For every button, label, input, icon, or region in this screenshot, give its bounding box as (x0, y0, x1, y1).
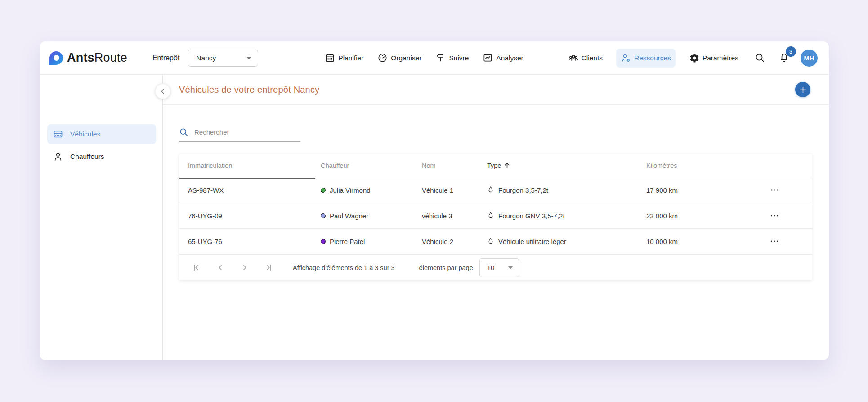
collapse-sidebar-button[interactable] (155, 84, 170, 99)
nav-label: Analyser (496, 54, 523, 62)
van-icon (53, 129, 63, 140)
column-header-chauffeur[interactable]: Chauffeur (321, 162, 422, 169)
column-header-kilometres[interactable]: Kilomètres (646, 162, 736, 169)
nav-label: Suivre (449, 54, 469, 62)
nav-label: Organiser (391, 54, 421, 62)
cell-driver: Paul Wagner (321, 212, 422, 220)
chevron-down-icon (508, 266, 513, 269)
people-icon (568, 53, 579, 63)
chevron-left-icon (160, 88, 166, 95)
person-gear-icon (621, 53, 631, 63)
cell-driver: Pierre Patel (321, 238, 422, 245)
main-nav: Planifier Organiser Suivre Analyser (325, 53, 523, 63)
search-input[interactable] (194, 128, 284, 136)
table-row[interactable]: AS-987-WX Julia Virmond Véhicule 1 Fourg… (179, 177, 812, 203)
app-window: AntsRoute Entrepôt Nancy Planifier Organ… (40, 41, 829, 360)
nav-label: Ressources (634, 54, 671, 62)
avatar[interactable]: MH (801, 50, 818, 67)
next-page-button[interactable] (238, 261, 251, 274)
chevron-left-icon (216, 263, 225, 272)
per-page-select[interactable]: 10 (479, 258, 519, 277)
page-title: Véhicules de votre entrepôt Nancy (179, 85, 319, 95)
cell-plate: 76-UYG-09 (188, 212, 321, 220)
gauge-icon (377, 53, 388, 63)
driver-name: Julia Virmond (330, 186, 371, 194)
row-actions-button[interactable] (766, 185, 783, 194)
nav-item-analyser[interactable]: Analyser (483, 53, 523, 63)
nav-item-planifier[interactable]: Planifier (325, 53, 363, 63)
warehouse-select[interactable]: Nancy (188, 50, 258, 67)
secondary-nav: Clients Ressources Paramètres (564, 49, 818, 68)
type-label: Fourgon 3,5-7,2t (498, 186, 548, 194)
nav-label: Clients (582, 54, 603, 62)
row-actions-button[interactable] (766, 237, 783, 246)
brand-light: Route (94, 51, 127, 64)
table-row[interactable]: 65-UYG-76 Pierre Patel Véhicule 2 Véhicu… (179, 229, 812, 254)
more-horizontal-icon (770, 239, 779, 243)
cell-name: Véhicule 1 (422, 186, 487, 194)
antsroute-logo[interactable]: AntsRoute (49, 51, 127, 65)
driver-color-dot (321, 188, 326, 193)
add-vehicle-button[interactable] (795, 82, 810, 97)
cell-name: Véhicule 2 (422, 238, 487, 245)
warehouse-label: Entrepôt (152, 54, 179, 62)
warehouse-select-value: Nancy (196, 54, 246, 62)
chart-icon (483, 53, 493, 63)
search-button[interactable] (752, 50, 767, 66)
nav-item-suivre[interactable]: Suivre (435, 53, 469, 63)
search-icon (179, 127, 188, 137)
cell-plate: 65-UYG-76 (188, 238, 321, 245)
sidebar-item-label: Véhicules (70, 130, 100, 138)
brand-bold: Ants (67, 51, 94, 64)
table-search (179, 126, 300, 142)
driver-color-dot (321, 213, 326, 218)
notifications-button[interactable]: 3 (776, 50, 792, 66)
nav-label: Planifier (338, 54, 363, 62)
cell-km: 17 900 km (646, 186, 736, 194)
top-header: AntsRoute Entrepôt Nancy Planifier Organ… (40, 41, 829, 75)
main-panel: Véhicules de votre entrepôt Nancy I (163, 75, 829, 360)
sidebar-item-label: Chauffeurs (70, 153, 104, 161)
table-row[interactable]: 76-UYG-09 Paul Wagner véhicule 3 Fourgon… (179, 203, 812, 229)
plus-icon (800, 86, 806, 93)
table-header-row: Immatriculation Chauffeur Nom Type Kilom… (179, 154, 812, 177)
cell-km: 23 000 km (646, 212, 736, 220)
gear-icon (689, 53, 700, 63)
last-page-icon (264, 263, 273, 272)
cell-type: Fourgon GNV 3,5-7,2t (487, 211, 646, 220)
more-horizontal-icon (770, 214, 779, 217)
previous-page-button[interactable] (214, 261, 227, 274)
page-title-bar: Véhicules de votre entrepôt Nancy (163, 75, 829, 105)
nav-item-parametres[interactable]: Paramètres (685, 49, 743, 68)
pagination-summary: Affichage d'éléments de 1 à 3 sur 3 (293, 264, 395, 271)
column-header-type[interactable]: Type (487, 162, 646, 169)
first-page-button[interactable] (190, 261, 203, 274)
horizontal-scrollbar[interactable] (179, 178, 315, 179)
antsroute-logo-icon (49, 51, 63, 65)
type-label: Fourgon GNV 3,5-7,2t (498, 212, 565, 220)
cell-driver: Julia Virmond (321, 186, 422, 194)
search-icon (755, 53, 765, 63)
driver-name: Paul Wagner (330, 212, 368, 220)
sort-asc-icon (504, 162, 510, 169)
sidebar-item-chauffeurs[interactable]: Chauffeurs (47, 147, 156, 167)
sidebar-item-vehicules[interactable]: Véhicules (47, 124, 156, 144)
chevron-down-icon (246, 57, 251, 59)
driver-name: Pierre Patel (330, 238, 365, 245)
sidebar: Véhicules Chauffeurs (40, 75, 163, 360)
last-page-button[interactable] (262, 261, 275, 274)
cell-name: véhicule 3 (422, 212, 487, 220)
more-horizontal-icon (770, 188, 779, 192)
driver-color-dot (321, 239, 326, 244)
droplet-icon (487, 211, 494, 220)
column-header-nom[interactable]: Nom (422, 162, 487, 169)
vehicles-table: Immatriculation Chauffeur Nom Type Kilom… (179, 154, 812, 280)
nav-item-organiser[interactable]: Organiser (377, 53, 421, 63)
chevron-right-icon (240, 263, 249, 272)
row-actions-button[interactable] (766, 211, 783, 220)
nav-item-ressources[interactable]: Ressources (616, 49, 676, 68)
nav-label: Paramètres (702, 54, 738, 62)
type-label: Véhicule utilitaire léger (498, 238, 566, 245)
nav-item-clients[interactable]: Clients (564, 49, 607, 68)
column-header-immatriculation[interactable]: Immatriculation (188, 162, 321, 169)
